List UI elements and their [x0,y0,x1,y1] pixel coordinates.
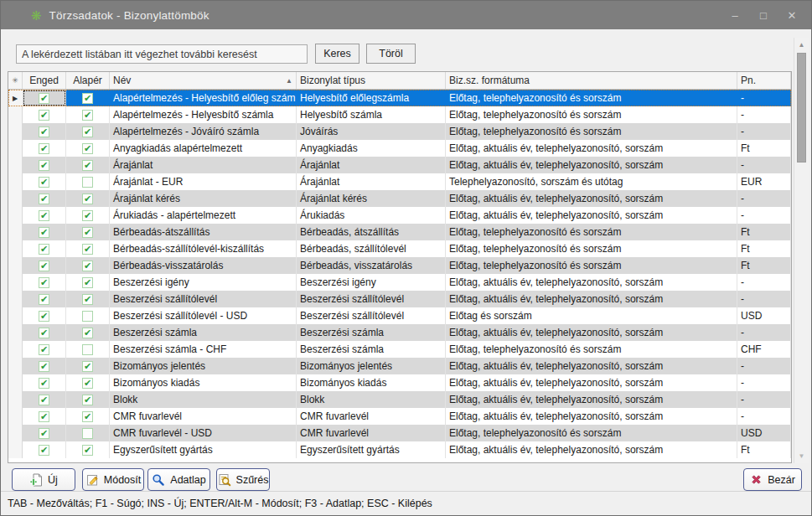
modify-button[interactable]: Módosít [82,468,144,491]
enged-checkbox[interactable]: ✔ [39,160,49,171]
alaper-checkbox[interactable] [82,177,93,188]
enged-cell: ✔ [23,408,66,425]
table-row[interactable]: ✔✔Alapértelmezés - Jóváíró számlaJóváírá… [8,123,791,140]
enged-checkbox[interactable]: ✔ [39,294,49,305]
alaper-checkbox[interactable]: ✔ [82,261,93,271]
close-icon[interactable]: ✕ [778,1,806,29]
alaper-checkbox[interactable]: ✔ [82,143,93,154]
table-row[interactable]: ✔Beszerzési szállítólevél - USDBeszerzés… [8,307,791,324]
close-window-button[interactable]: Bezár [743,468,802,491]
table-row[interactable]: ✔Beszerzési számla - CHFBeszerzési száml… [8,341,791,358]
enged-checkbox[interactable]: ✔ [39,227,49,238]
alaper-checkbox[interactable]: ✔ [82,160,93,171]
scroll-down-icon[interactable]: ▼ [794,450,809,462]
enged-checkbox[interactable]: ✔ [39,194,49,204]
alaper-checkbox[interactable]: ✔ [82,244,93,255]
alaper-checkbox[interactable]: ✔ [82,93,93,104]
alaper-checkbox[interactable]: ✔ [82,378,93,389]
table-row[interactable]: ✔✔Bérbeadás-visszatárolásBérbeadás, viss… [8,257,791,274]
enged-checkbox[interactable]: ✔ [39,411,49,422]
enged-checkbox[interactable]: ✔ [39,344,49,355]
enged-checkbox[interactable]: ✔ [39,143,49,154]
column-header-nev[interactable]: Név ▲ [110,72,297,89]
enged-checkbox[interactable]: ✔ [39,361,49,372]
table-row[interactable]: ✔✔Beszerzési számlaBeszerzési számlaElőt… [8,324,791,341]
enged-cell: ✔ [23,274,66,291]
scroll-up-icon[interactable]: ▲ [794,39,809,51]
new-button[interactable]: Új [12,468,75,491]
cell-nev: Bizományos jelentés [110,358,297,374]
table-row[interactable]: ✔CMR fuvarlevél - USDCMR fuvarlevélElőta… [8,425,791,441]
alaper-checkbox[interactable] [82,344,93,355]
table-row[interactable]: ✔Árajánlat - EURÁrajánlatTelephelyazonos… [8,173,791,190]
alaper-checkbox[interactable]: ✔ [82,361,93,372]
table-row[interactable]: ✔✔Árajánlat kérésÁrajánlat kérésElőtag, … [8,190,791,207]
minimize-icon[interactable]: – [721,1,749,29]
alaper-checkbox[interactable]: ✔ [82,294,93,305]
cell-bizonylat-tipus: CMR fuvarlevél [297,408,446,425]
table-row[interactable]: ✔✔Bizományos jelentésBizományos jelentés… [8,358,791,374]
cell-bizsz-formatuma: Előtag, aktuális év, telephelyazonosító,… [446,140,737,157]
table-row[interactable]: ✔✔Egyszerűsített gyártásEgyszerűsített g… [8,441,791,458]
table-row[interactable]: ✔✔Anyagkiadás alapértelmezettAnyagkiadás… [8,140,791,157]
alaper-checkbox[interactable]: ✔ [82,227,93,238]
enged-checkbox[interactable]: ✔ [39,378,49,389]
column-header-formatum[interactable]: Biz.sz. formátuma [446,72,737,89]
enged-checkbox[interactable]: ✔ [39,261,49,271]
alaper-checkbox[interactable]: ✔ [82,411,93,422]
alaper-checkbox[interactable]: ✔ [82,110,93,121]
column-header-alaper[interactable]: Alapér [66,72,110,89]
enged-checkbox[interactable]: ✔ [39,110,49,121]
alaper-checkbox[interactable]: ✔ [82,445,93,456]
table-row[interactable]: ✔✔Bizományos kiadásBizományos kiadásElőt… [8,374,791,391]
search-input[interactable] [16,44,308,64]
alaper-checkbox[interactable]: ✔ [82,328,93,338]
table-row[interactable]: ✔✔Bérbeadás-szállítólevél-kiszállításBér… [8,240,791,257]
alaper-cell: ✔ [66,324,110,341]
table-row[interactable]: ✔✔Alapértelmezés - Helyesbítő számlaHely… [8,106,791,123]
datasheet-button[interactable]: Adatlap [147,468,210,491]
table-row[interactable]: ✔✔Beszerzési szállítólevélBeszerzési szá… [8,291,791,307]
enged-checkbox[interactable]: ✔ [39,311,49,322]
table-row[interactable]: ✔✔Árukiadás - alapértelmezettÁrukiadásEl… [8,207,791,224]
enged-checkbox[interactable]: ✔ [39,126,49,137]
alaper-checkbox[interactable] [82,311,93,322]
enged-checkbox[interactable]: ✔ [39,428,49,439]
alaper-checkbox[interactable]: ✔ [82,395,93,405]
cell-pn: - [737,123,791,140]
sort-ascending-icon: ▲ [286,77,292,85]
row-indicator-cell [8,291,23,307]
vertical-scrollbar[interactable]: ▲ ▼ [794,38,809,463]
table-row[interactable]: ✔✔Bérbeadás-átszállításBérbeadás, átszál… [8,224,791,240]
enged-checkbox[interactable]: ✔ [39,93,49,104]
enged-checkbox[interactable]: ✔ [39,210,49,221]
alaper-checkbox[interactable] [82,428,93,439]
table-row[interactable]: ▶✔✔Alapértelmezés - Helyesbítő előleg sz… [8,90,791,106]
clear-button[interactable]: Töröl [366,44,416,64]
scrollbar-thumb[interactable] [797,53,806,163]
table-row[interactable]: ✔✔Beszerzési igényBeszerzési igényElőtag… [8,274,791,291]
table-row[interactable]: ✔✔BlokkBlokkElőtag, aktuális év, telephe… [8,391,791,408]
column-header-tipus[interactable]: Bizonylat típus [297,72,446,89]
table-row[interactable]: ✔✔ÁrajánlatÁrajánlatElőtag, aktuális év,… [8,157,791,173]
column-header-enged[interactable]: Enged [23,72,66,89]
enged-checkbox[interactable]: ✔ [39,328,49,338]
enged-checkbox[interactable]: ✔ [39,277,49,288]
enged-checkbox[interactable]: ✔ [39,445,49,456]
window-controls: – □ ✕ [721,1,806,29]
enged-checkbox[interactable]: ✔ [39,177,49,188]
row-indicator-cell [8,274,23,291]
alaper-checkbox[interactable]: ✔ [82,277,93,288]
maximize-icon[interactable]: □ [749,1,778,29]
column-header-pn[interactable]: Pn. [737,72,791,89]
table-row[interactable]: ✔✔CMR fuvarlevélCMR fuvarlevélElőtag, ak… [8,408,791,425]
alaper-checkbox[interactable]: ✔ [82,194,93,204]
cell-pn: - [737,358,791,374]
alaper-checkbox[interactable]: ✔ [82,210,93,221]
enged-checkbox[interactable]: ✔ [39,395,49,405]
alaper-checkbox[interactable]: ✔ [82,126,93,137]
filter-button[interactable]: Szűrés [216,468,270,491]
cell-nev: Beszerzési szállítólevél - USD [110,307,297,324]
search-button[interactable]: Keres [315,44,359,64]
enged-checkbox[interactable]: ✔ [39,244,49,255]
